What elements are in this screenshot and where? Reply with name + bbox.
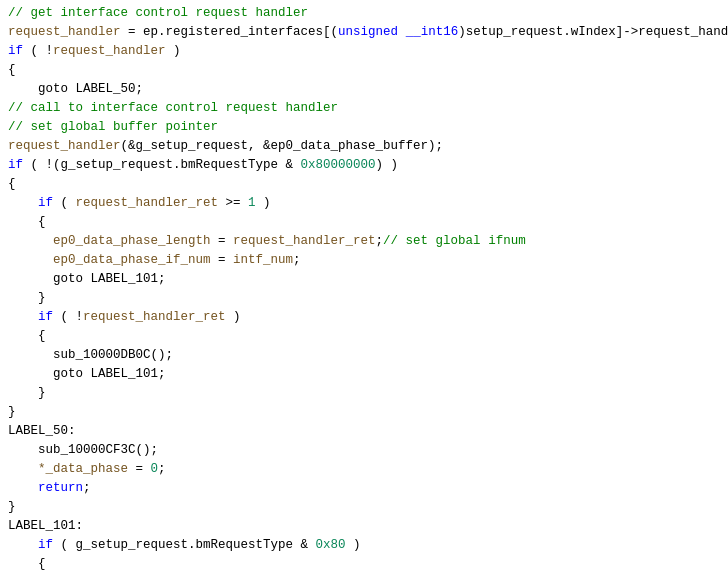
code-token: )setup_request.wIndex]->request_handler; [458, 25, 728, 39]
code-token: request_handler [8, 25, 121, 39]
code-line: { [0, 555, 728, 573]
code-line: // call to interface control request han… [0, 99, 728, 118]
code-token: ( ! [53, 310, 83, 324]
code-token: if [38, 196, 53, 210]
code-line: } [0, 403, 728, 422]
code-line: request_handler = ep.registered_interfac… [0, 23, 728, 42]
code-line: if ( !request_handler ) [0, 42, 728, 61]
code-token: ; [293, 253, 301, 267]
code-token: { [8, 329, 46, 343]
code-token [8, 253, 53, 267]
code-token: request_handler_ret [76, 196, 219, 210]
code-token: ) ) [376, 158, 399, 172]
code-token: (&g_setup_request, &ep0_data_phase_buffe… [121, 139, 444, 153]
code-line: { [0, 175, 728, 194]
code-token: ; [376, 234, 384, 248]
code-token: if [38, 310, 53, 324]
code-token: = [211, 234, 234, 248]
code-token: { [8, 557, 46, 571]
code-token: ep [143, 25, 158, 39]
code-token: goto LABEL_101; [8, 367, 166, 381]
code-token: 1 [248, 196, 256, 210]
code-line: if ( g_setup_request.bmRequestType & 0x8… [0, 536, 728, 555]
code-token: if [38, 538, 53, 552]
code-token [8, 462, 38, 476]
code-line: goto LABEL_101; [0, 365, 728, 384]
code-token: if [8, 44, 23, 58]
code-line: // set global buffer pointer [0, 118, 728, 137]
code-line: ep0_data_phase_if_num = intf_num; [0, 251, 728, 270]
code-token: request_handler_ret [233, 234, 376, 248]
code-token: sub_10000DB0C(); [8, 348, 173, 362]
code-token: LABEL_101: [8, 519, 83, 533]
code-line: goto LABEL_101; [0, 270, 728, 289]
code-token: } [8, 291, 46, 305]
code-token: = [121, 25, 144, 39]
code-token: } [8, 386, 46, 400]
code-token: request_handler [53, 44, 166, 58]
code-line: { [0, 61, 728, 80]
code-token: LABEL_50: [8, 424, 76, 438]
code-token [8, 481, 38, 495]
code-token: 0 [151, 462, 159, 476]
code-token: return [38, 481, 83, 495]
code-line: { [0, 327, 728, 346]
code-line: LABEL_101: [0, 517, 728, 536]
code-line: // get interface control request handler [0, 4, 728, 23]
code-token: goto LABEL_50; [8, 82, 143, 96]
code-line: LABEL_50: [0, 422, 728, 441]
code-token: ( [53, 196, 76, 210]
code-view: // get interface control request handler… [0, 0, 728, 573]
code-token: ( !(g_setup_request.bmRequestType & [23, 158, 301, 172]
code-token [8, 310, 38, 324]
code-token: ) [256, 196, 271, 210]
code-line: goto LABEL_50; [0, 80, 728, 99]
code-token: ) [226, 310, 241, 324]
code-token [398, 25, 406, 39]
code-token [8, 538, 38, 552]
code-token: unsigned [338, 25, 398, 39]
code-token: ( ! [23, 44, 53, 58]
code-token [8, 196, 38, 210]
code-token: } [8, 405, 16, 419]
code-token: = [211, 253, 234, 267]
code-line: sub_10000DB0C(); [0, 346, 728, 365]
code-line: sub_10000CF3C(); [0, 441, 728, 460]
code-line: { [0, 213, 728, 232]
code-line: ep0_data_phase_length = request_handler_… [0, 232, 728, 251]
code-token: >= [218, 196, 248, 210]
code-token: request_handler_ret [83, 310, 226, 324]
code-line: return; [0, 479, 728, 498]
code-line: } [0, 289, 728, 308]
code-token: .registered_interfaces[( [158, 25, 338, 39]
code-token: *_data_phase [38, 462, 128, 476]
code-token: 0x80000000 [301, 158, 376, 172]
code-token: // set global buffer pointer [8, 120, 218, 134]
code-token: request_handler [8, 139, 121, 153]
code-token: // get interface control request handler [8, 6, 308, 20]
code-line: if ( !request_handler_ret ) [0, 308, 728, 327]
code-token: 0x80 [316, 538, 346, 552]
code-token: intf_num [233, 253, 293, 267]
code-token: ) [166, 44, 181, 58]
code-token: ) [346, 538, 361, 552]
code-token: sub_10000CF3C(); [8, 443, 158, 457]
code-token: { [8, 63, 16, 77]
code-token: goto LABEL_101; [8, 272, 166, 286]
code-token: } [8, 500, 16, 514]
code-token: ( g_setup_request.bmRequestType & [53, 538, 316, 552]
code-line: if ( !(g_setup_request.bmRequestType & 0… [0, 156, 728, 175]
code-token: // set global ifnum [383, 234, 526, 248]
code-token: = [128, 462, 151, 476]
code-token: ; [158, 462, 166, 476]
code-token: // call to interface control request han… [8, 101, 338, 115]
code-token: __int16 [406, 25, 459, 39]
code-token: ep0_data_phase_if_num [53, 253, 211, 267]
code-line: if ( request_handler_ret >= 1 ) [0, 194, 728, 213]
code-token: ; [83, 481, 91, 495]
code-line: } [0, 384, 728, 403]
code-token [8, 234, 53, 248]
code-token: ep0_data_phase_length [53, 234, 211, 248]
code-line: *_data_phase = 0; [0, 460, 728, 479]
code-token: if [8, 158, 23, 172]
